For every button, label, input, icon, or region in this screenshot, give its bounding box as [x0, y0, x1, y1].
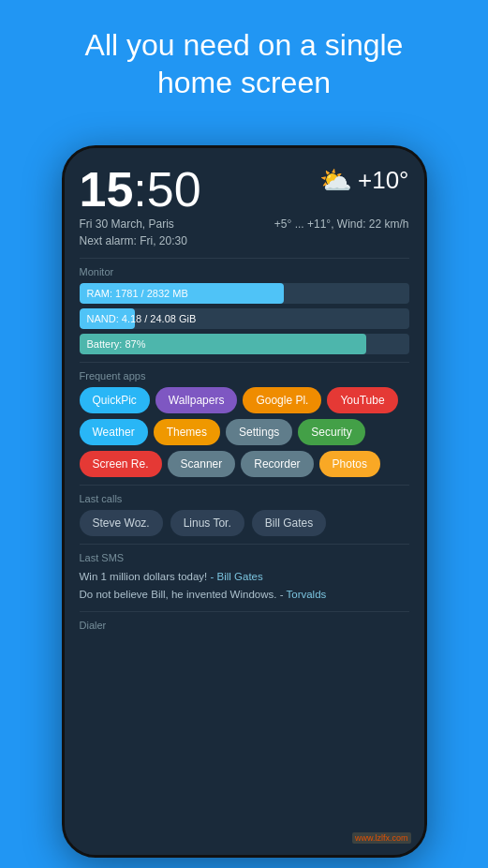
apps-row-3: Screen Re. Scanner Recorder Photos — [80, 451, 409, 477]
app-recorder[interactable]: Recorder — [241, 451, 313, 477]
clock-weather-row: 15:50 ⛅ +10° — [80, 165, 409, 214]
weather-detail: +5° ... +11°, Wind: 22 km/h — [274, 216, 409, 232]
last-calls-label: Last calls — [80, 493, 409, 504]
ram-bar-container: RAM: 1781 / 2832 MB — [80, 283, 409, 304]
battery-bar-bg: Battery: 87% — [80, 334, 409, 354]
clock-sep: : — [133, 162, 146, 217]
header-line1: All you need on a single — [85, 28, 404, 62]
sms-sender-1: - Bill Gates — [210, 571, 262, 582]
sms-item-1: Win 1 million dollars today! - Bill Gate… — [80, 569, 409, 585]
ram-bar-label: RAM: 1781 / 2832 MB — [80, 288, 188, 299]
app-weather[interactable]: Weather — [80, 419, 148, 445]
phone-screen: 15:50 ⛅ +10° Fri 30 March, Paris Next al… — [65, 148, 424, 855]
calls-row: Steve Woz. Linus Tor. Bill Gates — [80, 510, 409, 536]
date-line1: Fri 30 March, Paris — [80, 216, 187, 232]
weather-icon: ⛅ — [319, 165, 352, 196]
nand-bar-label: NAND: 4.18 / 24.08 GiB — [80, 313, 197, 324]
frequent-apps-label: Frequent apps — [80, 370, 409, 382]
ram-bar-bg: RAM: 1781 / 2832 MB — [80, 283, 409, 304]
sms-text-2: Do not believe Bill, he invented Windows… — [80, 589, 284, 600]
clock-display: 15:50 — [80, 165, 201, 214]
app-quickpic[interactable]: QuickPic — [80, 387, 150, 413]
phone-frame: 15:50 ⛅ +10° Fri 30 March, Paris Next al… — [62, 145, 427, 858]
apps-row-1: QuickPic Wallpapers Google Pl. YouTube — [80, 387, 409, 413]
app-screenre[interactable]: Screen Re. — [80, 451, 162, 477]
call-billgates[interactable]: Bill Gates — [252, 510, 326, 536]
monitor-bars: RAM: 1781 / 2832 MB NAND: 4.18 / 24.08 G… — [80, 283, 409, 354]
apps-row-2: Weather Themes Settings Security — [80, 419, 409, 445]
header-text: All you need on a single home screen — [0, 0, 488, 120]
sms-text-1: Win 1 million dollars today! — [80, 571, 208, 582]
app-googleplay[interactable]: Google Pl. — [243, 387, 321, 413]
battery-bar-container: Battery: 87% — [80, 334, 409, 354]
app-wallpapers[interactable]: Wallpapers — [155, 387, 238, 413]
frequent-apps-section: QuickPic Wallpapers Google Pl. YouTube W… — [80, 387, 409, 477]
app-youtube[interactable]: YouTube — [327, 387, 397, 413]
clock-minutes: 50 — [147, 162, 201, 217]
monitor-label: Monitor — [80, 266, 409, 277]
app-scanner[interactable]: Scanner — [168, 451, 236, 477]
call-stevewoz[interactable]: Steve Woz. — [80, 510, 163, 536]
clock-hours: 15 — [80, 162, 134, 217]
weather-temperature: +10° — [358, 166, 409, 195]
weather-widget: ⛅ +10° — [319, 165, 409, 196]
call-linuston[interactable]: Linus Tor. — [170, 510, 244, 536]
date-info: Fri 30 March, Paris Next alarm: Fri, 20:… — [80, 216, 187, 249]
nand-bar-container: NAND: 4.18 / 24.08 GiB — [80, 308, 409, 329]
battery-bar-label: Battery: 87% — [80, 338, 146, 350]
date-line2: Next alarm: Fri, 20:30 — [80, 232, 187, 249]
watermark: www.lzlfx.com — [352, 832, 411, 844]
header-line2: home screen — [157, 66, 331, 99]
app-settings[interactable]: Settings — [226, 419, 292, 445]
sms-sender-2: Torvalds — [286, 589, 326, 600]
app-themes[interactable]: Themes — [154, 419, 220, 445]
sms-item-2: Do not believe Bill, he invented Windows… — [80, 587, 409, 603]
app-photos[interactable]: Photos — [319, 451, 380, 477]
app-security[interactable]: Security — [298, 419, 364, 445]
last-sms-label: Last SMS — [80, 552, 409, 563]
nand-bar-bg: NAND: 4.18 / 24.08 GiB — [80, 308, 409, 329]
dialer-label: Dialer — [80, 620, 409, 631]
